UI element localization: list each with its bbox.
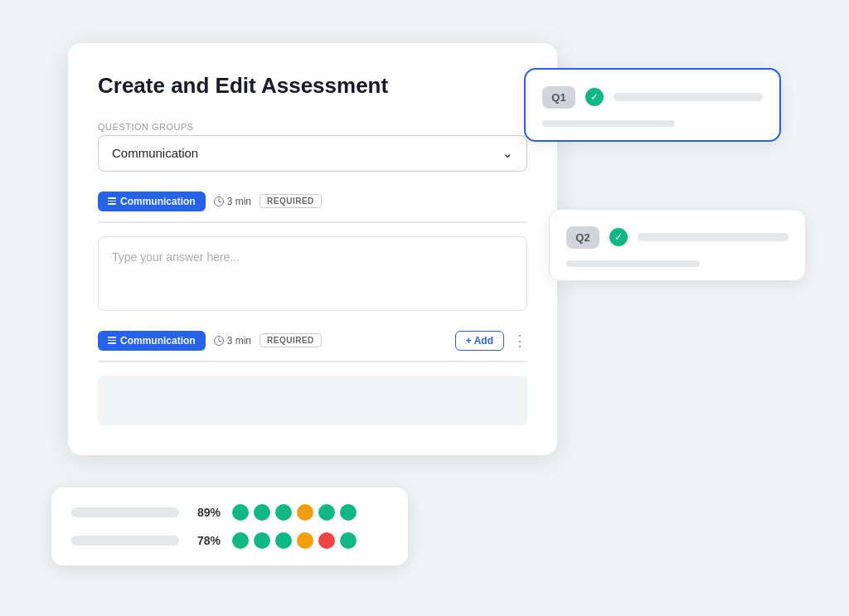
q2-card: Q2 ✓ <box>549 209 806 281</box>
q2-header: Q2 ✓ <box>566 226 788 249</box>
q1-line-long <box>614 93 763 101</box>
q1-checkmark: ✓ <box>585 88 604 106</box>
dot-1-6 <box>340 504 357 521</box>
score-dots-2 <box>232 532 357 549</box>
q1-card: Q1 ✓ <box>524 68 781 142</box>
list-icon <box>108 197 116 205</box>
score-bar-2 <box>71 536 179 546</box>
question1-required: REQUIRED <box>260 194 322 208</box>
question2-content <box>98 376 527 425</box>
score-dots-1 <box>232 504 357 521</box>
question2-time-value: 3 min <box>227 335 251 347</box>
q2-line-short <box>566 260 700 267</box>
question2-time: 3 min <box>214 335 251 347</box>
answer-placeholder: Type your answer here... <box>112 250 240 264</box>
check-icon-2: ✓ <box>614 231 623 243</box>
q2-line-long <box>638 233 788 241</box>
q1-header: Q1 ✓ <box>542 86 763 109</box>
chevron-down-icon: ⌄ <box>502 146 513 161</box>
question1-time: 3 min <box>214 196 251 207</box>
dot-1-3 <box>275 504 292 521</box>
list-icon-2 <box>108 337 116 344</box>
score-row-1: 89% <box>71 504 388 521</box>
scene: Create and Edit Assessment Question Grou… <box>51 27 798 590</box>
clock-icon <box>214 196 224 206</box>
score-pct-2: 78% <box>191 534 221 547</box>
check-icon: ✓ <box>590 91 599 103</box>
question2-divider <box>98 361 527 362</box>
question2-tag[interactable]: Communication <box>98 331 206 351</box>
q2-badge: Q2 <box>566 226 599 249</box>
add-button[interactable]: + Add <box>455 331 504 351</box>
q2-checkmark: ✓ <box>609 228 628 246</box>
main-card: Create and Edit Assessment Question Grou… <box>68 43 557 455</box>
dot-2-1 <box>232 532 249 549</box>
question1-tag[interactable]: Communication <box>98 192 206 211</box>
question1-tag-label: Communication <box>120 196 196 207</box>
clock-icon-2 <box>214 336 224 346</box>
question2-tag-bar: Communication 3 min REQUIRED + Add ⋮ <box>98 331 527 351</box>
question2-actions: + Add ⋮ <box>455 331 527 351</box>
question2-required: REQUIRED <box>260 333 322 347</box>
question1-divider <box>98 221 527 223</box>
score-pct-1: 89% <box>191 506 221 519</box>
question2-block: Communication 3 min REQUIRED + Add ⋮ <box>98 331 527 425</box>
question-groups-value: Communication <box>112 146 198 160</box>
score-bar-1 <box>71 507 179 517</box>
question-groups-label: Question Groups <box>98 122 527 132</box>
question1-tag-bar: Communication 3 min REQUIRED <box>98 192 527 211</box>
dot-2-5 <box>318 532 335 549</box>
dot-1-5 <box>318 504 335 521</box>
dot-1-2 <box>254 504 270 521</box>
dot-2-3 <box>275 532 292 549</box>
q1-badge: Q1 <box>542 86 575 109</box>
score-card: 89% 78% <box>51 487 408 565</box>
dot-1-1 <box>232 504 249 521</box>
page-title: Create and Edit Assessment <box>98 73 527 99</box>
dot-2-6 <box>340 532 357 549</box>
score-row-2: 78% <box>71 532 388 549</box>
question2-tag-label: Communication <box>120 335 196 347</box>
question1-time-value: 3 min <box>227 196 251 207</box>
more-options-button[interactable]: ⋮ <box>512 332 527 350</box>
dot-1-4 <box>297 504 313 521</box>
question1-answer-area[interactable]: Type your answer here... <box>98 236 527 311</box>
dot-2-4 <box>297 532 313 549</box>
question-groups-select[interactable]: Communication ⌄ <box>98 135 527 172</box>
q1-line-short <box>542 120 675 127</box>
dot-2-2 <box>254 532 270 549</box>
